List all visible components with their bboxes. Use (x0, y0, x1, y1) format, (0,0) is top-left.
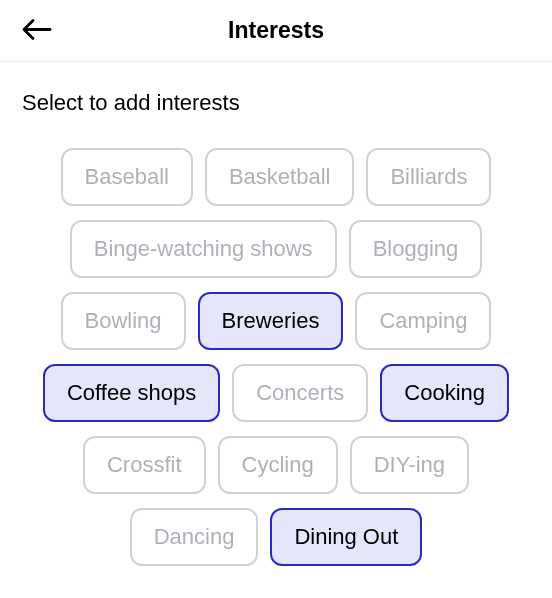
interest-chip[interactable]: DIY-ing (350, 436, 469, 494)
interest-chip[interactable]: Dancing (130, 508, 259, 566)
interest-chip[interactable]: Binge-watching shows (70, 220, 337, 278)
back-arrow-icon (22, 18, 52, 40)
interest-chip[interactable]: Bowling (61, 292, 186, 350)
interest-chip[interactable]: Concerts (232, 364, 368, 422)
interest-chip[interactable]: Crossfit (83, 436, 206, 494)
interests-list: BaseballBasketballBilliardsBinge-watchin… (22, 148, 530, 566)
interest-chip[interactable]: Cycling (218, 436, 338, 494)
interest-chip[interactable]: Billiards (366, 148, 491, 206)
interest-chip[interactable]: Breweries (198, 292, 344, 350)
interest-chip[interactable]: Basketball (205, 148, 355, 206)
instruction-text: Select to add interests (22, 90, 530, 116)
back-button[interactable] (18, 14, 56, 47)
interest-chip[interactable]: Dining Out (270, 508, 422, 566)
interest-chip[interactable]: Camping (355, 292, 491, 350)
interest-chip[interactable]: Coffee shops (43, 364, 220, 422)
interest-chip[interactable]: Cooking (380, 364, 509, 422)
interest-chip[interactable]: Baseball (61, 148, 193, 206)
header: Interests (0, 0, 552, 62)
content: Select to add interests BaseballBasketba… (0, 62, 552, 566)
interest-chip[interactable]: Blogging (349, 220, 483, 278)
page-title: Interests (228, 17, 324, 44)
